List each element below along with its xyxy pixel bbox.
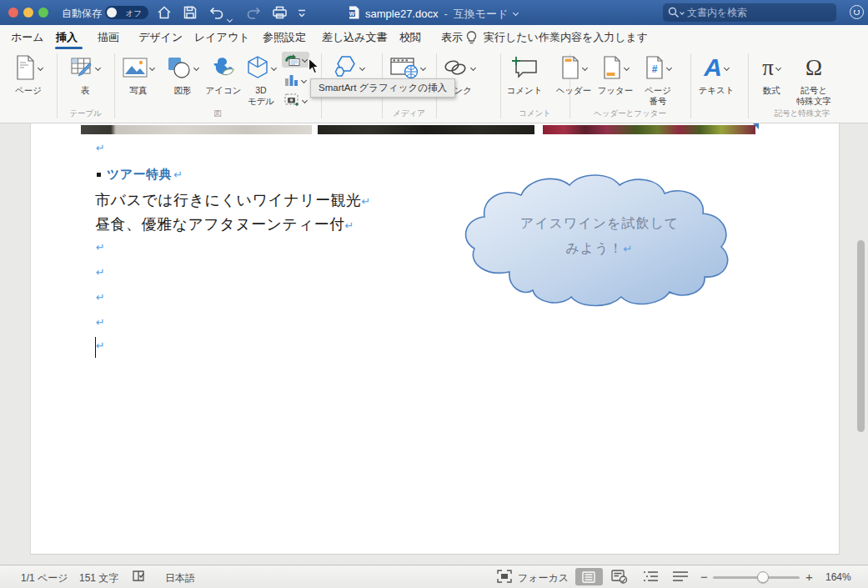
tab-view[interactable]: 表示 (441, 30, 463, 45)
shapes-label: 図形 (174, 85, 192, 96)
chevron-down-icon[interactable] (302, 97, 308, 103)
zoom-out-button[interactable]: − (700, 570, 708, 584)
chevron-down-icon[interactable] (775, 64, 781, 70)
header-button[interactable]: ヘッダー (553, 53, 595, 96)
home-icon[interactable] (157, 5, 172, 20)
chevron-down-icon[interactable] (420, 64, 426, 70)
focus-mode-label[interactable]: フォーカス (518, 571, 569, 585)
view-outline-button[interactable] (643, 570, 659, 585)
undo-icon[interactable] (208, 5, 225, 20)
equation-button[interactable]: π 数式 (753, 53, 790, 96)
title-chevron-icon[interactable] (513, 10, 519, 16)
redo-icon[interactable] (245, 5, 262, 20)
tab-design[interactable]: デザイン (138, 30, 183, 45)
tab-mailings[interactable]: 差し込み文書 (322, 30, 388, 45)
undo-menu-chevron-icon[interactable] (228, 10, 232, 25)
zoom-window-button[interactable] (38, 8, 48, 18)
header-icon (560, 56, 580, 79)
tab-review[interactable]: 校閲 (399, 30, 421, 45)
tab-insert[interactable]: 挿入 (56, 30, 78, 45)
photo-strip-1[interactable] (81, 125, 312, 134)
view-draft-button[interactable] (672, 570, 689, 585)
vertical-scrollbar-thumb[interactable] (857, 240, 865, 432)
proofing-icon[interactable] (132, 570, 147, 585)
search-box[interactable] (663, 3, 836, 22)
close-window-button[interactable] (8, 8, 18, 18)
3d-model-button[interactable]: 3Dモデル (242, 53, 280, 106)
body-line-1[interactable]: 市バスでは行きにくいワイナリー観光↵ (95, 190, 371, 210)
minimize-window-button[interactable] (23, 8, 33, 18)
shapes-button[interactable]: 図形 (163, 53, 203, 96)
compatibility-mode-label[interactable]: 互換モード (454, 7, 509, 22)
pictures-button[interactable]: 写真 (119, 53, 158, 96)
icons-button[interactable]: アイコン (203, 53, 244, 96)
search-icon (668, 7, 680, 18)
autosave-label: 自動保存 (62, 7, 102, 21)
page-number-icon: # (645, 56, 665, 79)
status-bar: 1/1 ページ 151 文字 日本語 フォーカス (0, 565, 868, 588)
photo-strip-3[interactable] (543, 125, 755, 134)
pi-icon: π (762, 57, 774, 79)
page-count[interactable]: 1/1 ページ (21, 571, 68, 585)
chevron-down-icon[interactable] (470, 64, 476, 70)
chart-icon (284, 73, 299, 87)
chevron-down-icon[interactable] (582, 64, 588, 70)
smartart-button[interactable] (282, 52, 309, 68)
chevron-down-icon[interactable] (624, 64, 630, 70)
chevron-down-icon[interactable] (359, 64, 365, 70)
chevron-down-icon[interactable] (271, 64, 277, 70)
zoom-in-button[interactable]: + (805, 570, 813, 584)
search-input[interactable] (687, 7, 812, 18)
photo-strip-2[interactable] (318, 125, 534, 134)
chart-button[interactable] (282, 72, 309, 88)
footer-button[interactable]: フッター (595, 53, 636, 96)
feedback-smiley-icon[interactable] (850, 5, 864, 19)
tab-references[interactable]: 参照設定 (263, 30, 306, 45)
autosave-toggle[interactable]: オフ (105, 6, 148, 19)
chevron-down-icon[interactable] (301, 77, 307, 83)
table-button[interactable]: 表 (63, 53, 107, 96)
document-canvas[interactable]: ↵ ツアー特典 ↵ 市バスでは行きにくいワイナリー観光↵ 昼食、優雅なアフタヌー… (0, 123, 868, 565)
table-icon (70, 56, 93, 79)
chevron-down-icon[interactable] (95, 64, 101, 70)
screenshot-button[interactable] (282, 92, 309, 108)
text-box-button[interactable]: A テキスト (695, 53, 737, 96)
page-number-button[interactable]: # ページ番号 (636, 53, 680, 106)
chevron-down-icon[interactable] (149, 64, 155, 70)
toolbar-options-chevron-icon[interactable] (297, 8, 307, 18)
zoom-slider-track[interactable] (713, 576, 800, 579)
body-line-2[interactable]: 昼食、優雅なアフタヌーンティー付↵ (95, 214, 354, 234)
add-ins-hexagon-icon (331, 54, 358, 81)
chevron-down-icon[interactable] (302, 57, 308, 63)
save-icon[interactable] (183, 5, 198, 20)
tab-draw[interactable]: 描画 (98, 30, 119, 45)
tab-layout[interactable]: レイアウト (194, 30, 250, 45)
zoom-percentage[interactable]: 164% (825, 571, 851, 583)
mouse-cursor-icon (308, 58, 320, 78)
chevron-down-icon[interactable] (724, 64, 730, 70)
chevron-down-icon[interactable] (193, 64, 199, 70)
view-web-layout-button[interactable] (611, 570, 628, 586)
symbol-button[interactable]: Ω 記号と特殊文字 (790, 53, 837, 106)
pages-button[interactable]: ページ (7, 53, 50, 96)
document-page[interactable]: ↵ ツアー特典 ↵ 市バスでは行きにくいワイナリー観光↵ 昼食、優雅なアフタヌー… (30, 123, 840, 555)
new-comment-button[interactable]: コメント (503, 53, 546, 96)
cloud-callout-text[interactable]: アイスワインを試飲して みよう！↵ (458, 211, 741, 262)
page-icon (14, 55, 36, 80)
language-indicator[interactable]: 日本語 (165, 571, 195, 585)
paragraph-mark: ↵ (96, 241, 105, 254)
document-heading[interactable]: ツアー特典 ↵ (97, 167, 183, 183)
focus-mode-icon[interactable] (497, 570, 512, 585)
search-scope-chevron-icon[interactable] (680, 10, 685, 15)
chevron-down-icon[interactable] (38, 64, 43, 70)
chevron-down-icon[interactable] (666, 64, 672, 70)
paragraph-mark: ↵ (344, 219, 354, 232)
text-box-label: テキスト (699, 85, 735, 96)
heading-text[interactable]: ツアー特典 (107, 167, 172, 183)
print-icon[interactable] (272, 5, 288, 20)
tab-home[interactable]: ホーム (11, 30, 44, 45)
zoom-slider-thumb[interactable] (757, 571, 769, 583)
word-count[interactable]: 151 文字 (79, 571, 118, 585)
tell-me-box[interactable]: 実行したい作業内容を入力します (466, 30, 648, 45)
smartart-icon (284, 53, 300, 66)
